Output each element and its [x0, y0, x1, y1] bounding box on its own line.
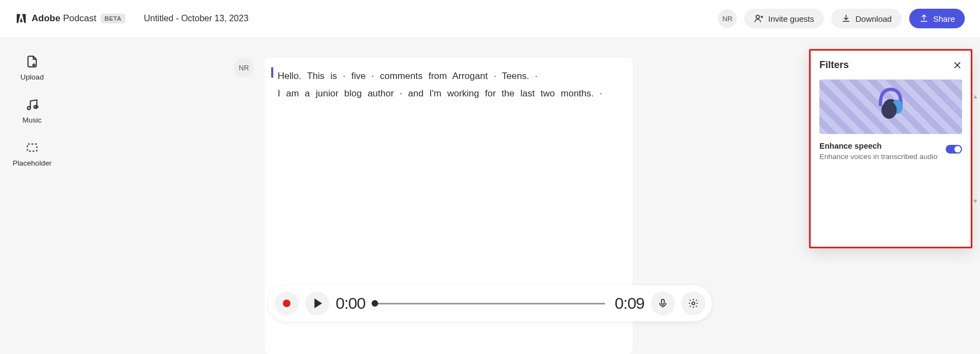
share-icon — [919, 14, 929, 23]
scroll-up-icon[interactable]: ▲ — [972, 93, 978, 100]
mic-icon — [658, 298, 669, 309]
sidebar-upload-label: Upload — [21, 73, 44, 81]
brand-logo[interactable]: Adobe Podcast BETA — [15, 13, 125, 25]
enhance-speech-image — [819, 80, 962, 134]
play-icon — [314, 298, 322, 308]
svg-rect-6 — [661, 300, 664, 304]
user-avatar[interactable]: NR — [718, 9, 737, 28]
brand-name: Adobe Podcast — [32, 13, 96, 24]
sidebar-music-label: Music — [22, 116, 41, 124]
progress-knob[interactable] — [372, 300, 378, 307]
sidebar-item-music[interactable]: Music — [22, 97, 41, 124]
player-bar: 0:00 0:09 — [268, 285, 712, 321]
cursor-bar — [271, 67, 273, 78]
document-title[interactable]: Untitled - October 13, 2023 — [144, 14, 248, 23]
scroll-down-icon[interactable]: ▼ — [972, 198, 978, 204]
placeholder-icon — [25, 141, 39, 155]
transcript-line-1: Hello. This is · five · comments from Ar… — [278, 71, 537, 81]
adobe-logo-icon — [15, 13, 27, 25]
close-icon[interactable]: ✕ — [953, 60, 962, 71]
transcript-line-2: I am a junior blog author · and I'm work… — [278, 88, 602, 99]
headphone-mic-icon — [874, 83, 908, 121]
enhance-speech-toggle[interactable] — [946, 145, 962, 154]
svg-point-0 — [756, 15, 759, 19]
top-bar-right: NR Invite guests Download Share — [718, 9, 965, 28]
speaker-avatar[interactable]: NR — [234, 58, 254, 77]
settings-button[interactable] — [682, 291, 706, 315]
sidebar-placeholder-label: Placeholder — [13, 159, 51, 167]
share-label: Share — [933, 14, 955, 23]
svg-point-1 — [27, 107, 30, 109]
svg-point-5 — [881, 101, 897, 119]
download-button[interactable]: Download — [831, 9, 902, 28]
mic-button[interactable] — [651, 291, 675, 315]
upload-icon — [25, 54, 39, 69]
svg-point-7 — [692, 302, 695, 305]
invite-guests-label: Invite guests — [768, 14, 814, 23]
current-time: 0:00 — [336, 294, 365, 313]
sidebar-item-placeholder[interactable]: Placeholder — [13, 141, 51, 167]
transcript-text[interactable]: Hello. This is · five · comments from Ar… — [273, 68, 620, 103]
music-icon — [25, 97, 39, 112]
svg-rect-3 — [27, 144, 36, 151]
filters-panel: Filters ✕ Enhance speech Enhance voices … — [809, 49, 972, 248]
enhance-speech-desc: Enhance voices in transcribed audio — [819, 152, 938, 161]
top-bar-left: Adobe Podcast BETA Untitled - October 13… — [15, 13, 248, 25]
gear-icon — [688, 298, 699, 309]
record-icon — [283, 300, 291, 307]
record-button[interactable] — [275, 291, 299, 315]
person-plus-icon — [754, 14, 764, 23]
beta-badge: BETA — [101, 14, 125, 23]
invite-guests-button[interactable]: Invite guests — [744, 9, 824, 28]
filters-header: Filters ✕ — [819, 59, 962, 71]
share-button[interactable]: Share — [909, 9, 965, 28]
top-bar: Adobe Podcast BETA Untitled - October 13… — [0, 0, 980, 37]
panel-scrollbar[interactable]: ▲ ▼ — [972, 93, 978, 204]
download-icon — [841, 14, 851, 23]
enhance-speech-text: Enhance speech Enhance voices in transcr… — [819, 142, 938, 161]
duration-time: 0:09 — [615, 294, 644, 313]
progress-track[interactable] — [375, 303, 605, 304]
sidebar-item-upload[interactable]: Upload — [21, 54, 44, 81]
enhance-speech-title: Enhance speech — [819, 142, 938, 150]
left-sidebar: Upload Music Placeholder — [0, 37, 64, 354]
play-button[interactable] — [305, 291, 329, 315]
filters-title: Filters — [819, 59, 849, 71]
enhance-speech-row: Enhance speech Enhance voices in transcr… — [819, 142, 962, 161]
download-label: Download — [855, 14, 892, 23]
